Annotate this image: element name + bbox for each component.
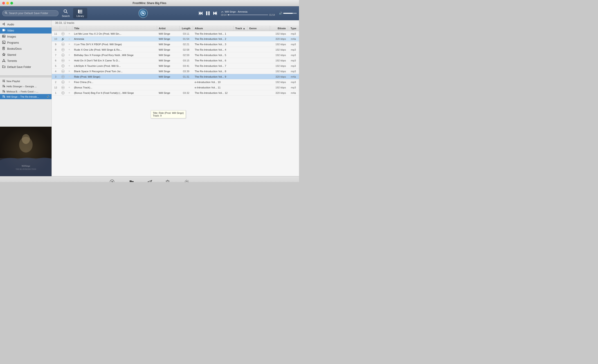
delete-button[interactable]: Delete <box>162 178 174 182</box>
library-button[interactable]: Library <box>73 8 88 18</box>
table-row[interactable]: 1 ▶ ★ (Bonus Track) Beg For It (Feat For… <box>52 90 299 96</box>
send-button[interactable]: Send <box>145 178 155 182</box>
sidebar-new-playlist[interactable]: New Playlist <box>0 79 51 84</box>
row-star[interactable]: ★ <box>66 79 72 85</box>
col-bitrate[interactable]: Bitrate <box>270 26 288 31</box>
col-play[interactable] <box>60 26 66 31</box>
pause-button[interactable] <box>205 11 211 16</box>
star-icon[interactable]: ★ <box>68 81 70 83</box>
star-icon[interactable]: ★ <box>68 48 70 51</box>
table-row[interactable]: 8 ▶ ★ Rude X One Life (Prod. Will Singe … <box>52 47 299 52</box>
table-row[interactable]: 2 ▶ ★ Fine China (Fe... e-Introduction V… <box>52 79 299 85</box>
minimize-button[interactable] <box>6 2 9 5</box>
play-button[interactable]: ▶ <box>61 70 65 73</box>
col-track[interactable]: Track ▲ <box>233 26 247 31</box>
star-icon[interactable]: ★ <box>68 91 70 94</box>
col-type[interactable]: Type <box>288 26 299 31</box>
col-album[interactable]: Album <box>193 26 233 31</box>
star-icon[interactable]: ★ <box>68 38 70 40</box>
star-icon[interactable]: ★ <box>68 86 70 89</box>
row-star[interactable]: ★ <box>66 42 72 47</box>
row-play[interactable]: ▶ <box>60 79 66 85</box>
table-row[interactable]: 11 ▶ ★ Let Me Love You X 2 On (Prod. Wil… <box>52 31 299 36</box>
row-star[interactable]: ★ <box>66 36 72 42</box>
search-button[interactable]: Search <box>58 8 73 18</box>
row-play[interactable]: ▶ <box>60 85 66 90</box>
progress-bar[interactable] <box>228 14 268 15</box>
play-button[interactable]: ▶ <box>61 91 65 94</box>
star-icon[interactable]: ★ <box>68 54 70 56</box>
star-icon[interactable]: ★ <box>68 64 70 67</box>
row-play[interactable]: ▶ <box>60 31 66 36</box>
prev-button[interactable] <box>199 11 203 16</box>
sidebar-playlist-3[interactable]: Will Singe – The Re-Introde... 🔊 <box>0 94 51 99</box>
col-star[interactable] <box>66 26 72 31</box>
row-star[interactable]: ★ <box>66 31 72 36</box>
search-box[interactable] <box>2 10 58 16</box>
explore-button[interactable]: Explore <box>125 178 138 182</box>
maximize-button[interactable] <box>10 2 13 5</box>
sidebar-item-starred[interactable]: Starred <box>0 52 51 58</box>
search-input[interactable] <box>9 12 54 15</box>
row-play[interactable]: ▶ <box>60 63 66 69</box>
row-star[interactable]: ★ <box>66 52 72 58</box>
table-row[interactable]: 3 ▶ ★ Ride (Prod. Will Singe) Will Singe… <box>52 74 299 79</box>
sidebar-item-books[interactable]: Books/Docs <box>0 46 51 52</box>
table-row[interactable]: 7 ▶ ★ Birthday Sex X Foreign (Prod Rory … <box>52 52 299 58</box>
row-play[interactable]: ▶ <box>60 74 66 79</box>
launch-button[interactable]: Launch <box>106 178 118 182</box>
star-icon[interactable]: ★ <box>68 59 70 62</box>
play-button[interactable]: ▶ <box>61 81 65 84</box>
play-button[interactable]: ▶ <box>61 48 65 51</box>
col-title[interactable]: Title <box>72 26 157 31</box>
sidebar-item-torrents[interactable]: Torrents <box>0 58 51 64</box>
play-button[interactable]: ▶ <box>61 43 65 46</box>
play-button[interactable]: ▶ <box>61 64 65 67</box>
table-row[interactable]: 6 ▶ ★ Hold On X Don't Tell Em X Came To … <box>52 58 299 63</box>
play-button[interactable]: ▶ <box>61 59 65 62</box>
col-num[interactable] <box>52 26 60 31</box>
star-icon[interactable]: ★ <box>68 70 70 73</box>
row-star[interactable]: ★ <box>66 63 72 69</box>
play-button[interactable]: ▶ <box>61 86 65 89</box>
track-table[interactable]: Title Artist Length Album Track ▲ Genre … <box>52 26 299 176</box>
sidebar-item-audio[interactable]: Audio <box>0 21 51 27</box>
row-star[interactable]: ★ <box>66 90 72 96</box>
play-button[interactable]: ▶ <box>61 32 65 35</box>
sidebar-resize[interactable]: · · · · · <box>0 75 51 77</box>
table-row[interactable]: 4 ▶ ★ Blank Space X Recognize (Feat Tom … <box>52 69 299 74</box>
table-row[interactable]: 5 ▶ ★ LifeStyle X Touchin Lovin (Prod. W… <box>52 63 299 69</box>
col-artist[interactable]: Artist <box>157 26 179 31</box>
row-play[interactable]: ▶ <box>60 58 66 63</box>
play-button[interactable]: ▶ <box>61 75 65 78</box>
star-icon[interactable]: ★ <box>68 75 70 78</box>
sidebar-item-programs[interactable]: Programs <box>0 40 51 46</box>
row-star[interactable]: ★ <box>66 47 72 52</box>
close-button[interactable] <box>2 2 5 5</box>
volume-slider[interactable] <box>283 13 297 14</box>
row-star[interactable]: ★ <box>66 85 72 90</box>
row-play[interactable]: ▶ <box>60 69 66 74</box>
row-play[interactable]: 🔊 <box>60 36 66 42</box>
row-play[interactable]: ▶ <box>60 90 66 96</box>
sidebar-item-images[interactable]: Images <box>0 33 51 40</box>
row-star[interactable]: ★ <box>66 58 72 63</box>
sidebar-playlist-1[interactable]: Hello Stranger – Georgia ... <box>0 84 51 89</box>
sidebar-playlist-2[interactable]: Melissa B. – Feels Good – ... <box>0 89 51 94</box>
table-row[interactable]: 9 ▶ ★ I Luv This Sh*t X FBGP (Prod. Will… <box>52 42 299 47</box>
row-star[interactable]: ★ <box>66 74 72 79</box>
row-play[interactable]: ▶ <box>60 52 66 58</box>
table-row[interactable]: 12 ▶ ★ (Bonus Track)... e-Introduction V… <box>52 85 299 90</box>
options-button[interactable]: Options <box>180 178 193 182</box>
col-length[interactable]: Length <box>179 26 193 31</box>
row-play[interactable]: ▶ <box>60 42 66 47</box>
row-play[interactable]: ▶ <box>60 47 66 52</box>
star-icon[interactable]: ★ <box>68 43 70 45</box>
col-genre[interactable]: Genre <box>247 26 270 31</box>
sidebar-item-video[interactable]: Video <box>0 27 51 33</box>
sidebar-item-default[interactable]: Default Save Folder <box>0 64 51 70</box>
play-button[interactable]: ▶ <box>61 54 65 57</box>
table-row[interactable]: 10 🔊 ★ Amnesia Will Singe 01:54 The Re-I… <box>52 36 299 42</box>
star-icon[interactable]: ★ <box>68 32 70 35</box>
row-star[interactable]: ★ <box>66 69 72 74</box>
